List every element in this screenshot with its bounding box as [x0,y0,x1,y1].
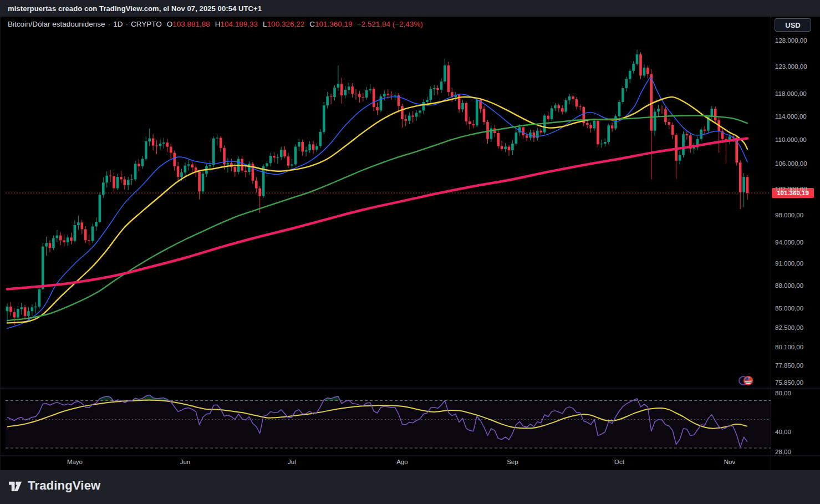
price-tick-label: 98.000,00 [775,212,803,218]
price-scale[interactable]: USD 101.360,19 128.000,00123.000,00118.0… [771,17,820,470]
price-tick-label: 118.000,00 [775,90,807,97]
price-tick-label: 88.000,00 [775,282,803,289]
month-tick-label: Jul [288,459,296,465]
month-tick-label: Sep [507,459,518,465]
ohlc-letter: H [215,20,221,28]
tradingview-logo-icon [8,478,23,493]
ma-fast-blue [7,78,747,329]
price-tick-label: 91.000,00 [775,260,803,267]
price-tick-label: 77.850,00 [775,362,803,369]
exchange-label: CRYPTO [131,20,162,28]
price-tick-label: 85.000,00 [775,305,803,312]
price-tick-label: 94.000,00 [775,239,803,246]
symbol-pair-logo [738,376,754,386]
month-tick-label: Oct [614,459,624,465]
month-tick-label: Jun [180,459,191,465]
ma-200-pink [7,139,747,289]
rsi-tick-label: 28,00 [775,449,791,455]
price-tick-label: 80.100,00 [775,344,803,350]
ohlc-letter: L [263,20,267,28]
price-tick-label: 123.000,00 [775,63,807,70]
price-tick-label: 110.000,00 [775,136,807,143]
attribution-text: misterpuertas creado con TradingView.com… [8,4,262,13]
rsi-tick-label: 40,00 [775,429,791,435]
ohlc-letter: O [167,20,173,28]
price-tick-label: 106.000,00 [775,160,807,167]
ohlc-letter: C [309,20,315,28]
ohlc-values: O103.881,88H104.189,33L100.326,22C101.36… [162,20,353,28]
symbol-legend: Bitcoin/Dólar estadounidense·1D·CRYPTOO1… [8,20,423,28]
footer-bar: TradingView [0,470,820,504]
ohlc-value: 103.881,88 [172,20,210,28]
attribution-bar: misterpuertas creado con TradingView.com… [0,0,820,17]
symbol-title: Bitcoin/Dólar estadounidense [8,20,105,28]
interval-label: 1D [113,20,123,28]
price-tick-label: 102.000,00 [775,186,807,192]
price-chart-svg[interactable] [0,17,820,470]
ma-slow-green [7,115,747,320]
change-value: −2.521,84 (−2,43%) [357,20,423,28]
chart-canvas[interactable]: Bitcoin/Dólar estadounidense·1D·CRYPTOO1… [0,17,820,470]
price-tick-label: 114.000,00 [775,113,807,120]
price-tick-label: 82.500,00 [775,324,803,331]
ohlc-value: 100.326,22 [267,20,305,28]
tradingview-brand-text: TradingView [28,478,100,493]
month-tick-label: Nov [724,459,735,465]
price-tick-label: 75.850,00 [775,379,803,386]
rsi-tick-label: 80,00 [775,390,791,396]
month-tick-label: Mayo [67,459,83,465]
month-tick-label: Ago [396,459,408,465]
tradingview-snapshot: misterpuertas creado con TradingView.com… [0,0,820,504]
tradingview-logo[interactable]: TradingView [8,478,100,493]
usd-flag-icon [743,376,753,385]
ma-mid-yellow [7,97,747,323]
time-scale[interactable]: MayoJunJulAgoSepOctNov [0,456,771,470]
currency-toggle-button[interactable]: USD [775,18,811,32]
ohlc-value: 101.360,19 [315,20,353,28]
ohlc-value: 104.189,33 [221,20,258,28]
price-tick-label: 128.000,00 [775,37,807,44]
